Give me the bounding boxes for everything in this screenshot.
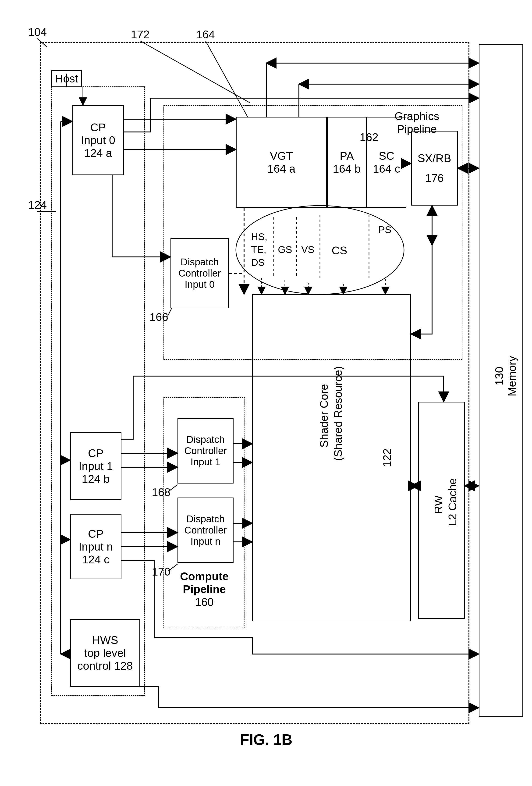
dc0-ref: 166 (149, 311, 168, 324)
diagram-canvas: Host CP Input 0 124 a CP Input 1 124 b C… (0, 0, 532, 786)
shader-core-l2: (Shared Resource) (332, 355, 345, 472)
stage-cs: CS (332, 244, 347, 257)
shader-core-l1: Shader Core (318, 378, 330, 453)
stage-ps: PS (378, 224, 391, 235)
vgt-block: VGT 164 a (236, 117, 327, 208)
memory-l2: Memory (506, 350, 518, 402)
l2-cache-l1: RW (432, 490, 445, 518)
cp-input-n: CP Input n 124 c (70, 514, 121, 579)
shader-core-ref: 122 (381, 444, 394, 472)
stage-te: TE, (251, 244, 266, 255)
stage-gs: GS (278, 244, 292, 255)
cp-group (51, 87, 145, 696)
sxrb-block: SX/RB 176 (411, 131, 458, 206)
hws-block: HWS top level control 128 (70, 619, 140, 687)
ref-124: 124 (28, 199, 47, 211)
cp-input-1: CP Input 1 124 b (70, 432, 121, 500)
memory-ref: 130 (493, 362, 506, 390)
figure-caption: FIG. 1B (229, 731, 304, 748)
compute-pipeline-label: Compute Pipeline 160 (168, 570, 240, 608)
l2-cache-l2: L2 Cache (446, 467, 459, 537)
host-label: Host (51, 70, 82, 87)
dispatch-controller-n: Dispatch Controller Input n (178, 498, 234, 563)
stage-ds: DS (251, 257, 264, 268)
dcn-ref: 170 (152, 565, 170, 578)
ref-104: 104 (28, 26, 47, 39)
dispatch-controller-1: Dispatch Controller Input 1 (178, 418, 234, 484)
ref-172: 172 (131, 28, 149, 41)
ref-164: 164 (196, 28, 215, 41)
stage-vs: VS (301, 244, 314, 255)
pa-block: PA 164 b (327, 117, 367, 208)
dc1-ref: 168 (152, 486, 170, 499)
cp-input-0: CP Input 0 124 a (72, 105, 124, 175)
sc-block: SC 164 c (367, 117, 407, 208)
dispatch-controller-0: Dispatch Controller Input 0 (170, 238, 229, 308)
stage-hs: HS, (251, 231, 268, 242)
